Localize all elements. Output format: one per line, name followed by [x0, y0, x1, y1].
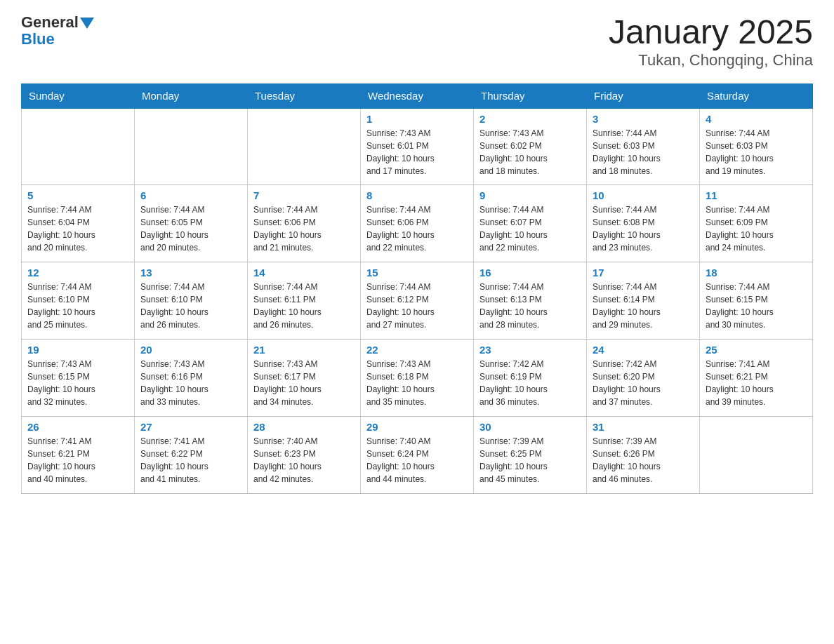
day-number: 7 [253, 189, 355, 201]
day-number: 27 [140, 421, 241, 433]
day-info: Sunrise: 7:44 AM Sunset: 6:09 PM Dayligh… [706, 203, 807, 254]
calendar-cell: 30Sunrise: 7:39 AM Sunset: 6:25 PM Dayli… [474, 417, 587, 494]
day-info: Sunrise: 7:44 AM Sunset: 6:08 PM Dayligh… [593, 203, 694, 254]
calendar-cell: 1Sunrise: 7:43 AM Sunset: 6:01 PM Daylig… [361, 108, 474, 185]
day-info: Sunrise: 7:42 AM Sunset: 6:19 PM Dayligh… [479, 358, 581, 408]
calendar-cell: 12Sunrise: 7:44 AM Sunset: 6:10 PM Dayli… [22, 262, 135, 340]
day-info: Sunrise: 7:44 AM Sunset: 6:07 PM Dayligh… [479, 203, 581, 254]
day-info: Sunrise: 7:39 AM Sunset: 6:26 PM Dayligh… [593, 435, 694, 485]
calendar-cell: 2Sunrise: 7:43 AM Sunset: 6:02 PM Daylig… [474, 108, 587, 185]
day-number: 13 [140, 267, 241, 279]
calendar-cell: 4Sunrise: 7:44 AM Sunset: 6:03 PM Daylig… [700, 108, 813, 185]
day-info: Sunrise: 7:44 AM Sunset: 6:06 PM Dayligh… [366, 203, 468, 254]
logo-triangle-icon [80, 18, 94, 29]
calendar-cell: 25Sunrise: 7:41 AM Sunset: 6:21 PM Dayli… [700, 340, 813, 417]
day-info: Sunrise: 7:40 AM Sunset: 6:23 PM Dayligh… [253, 435, 355, 485]
day-info: Sunrise: 7:44 AM Sunset: 6:11 PM Dayligh… [253, 281, 355, 331]
calendar-cell: 7Sunrise: 7:44 AM Sunset: 6:06 PM Daylig… [248, 185, 361, 262]
day-number: 30 [479, 421, 581, 433]
day-info: Sunrise: 7:44 AM Sunset: 6:10 PM Dayligh… [27, 281, 128, 331]
calendar-week-row: 19Sunrise: 7:43 AM Sunset: 6:15 PM Dayli… [22, 340, 813, 417]
day-number: 26 [27, 421, 128, 433]
logo-general-text: General [21, 14, 79, 31]
day-info: Sunrise: 7:43 AM Sunset: 6:02 PM Dayligh… [479, 127, 581, 177]
day-info: Sunrise: 7:44 AM Sunset: 6:12 PM Dayligh… [366, 281, 468, 331]
day-info: Sunrise: 7:40 AM Sunset: 6:24 PM Dayligh… [366, 435, 468, 485]
day-info: Sunrise: 7:43 AM Sunset: 6:01 PM Dayligh… [366, 127, 468, 177]
day-number: 20 [140, 344, 241, 356]
day-info: Sunrise: 7:41 AM Sunset: 6:22 PM Dayligh… [140, 435, 241, 485]
day-number: 22 [366, 344, 468, 356]
weekday-header-wednesday: Wednesday [361, 83, 474, 108]
calendar-cell: 27Sunrise: 7:41 AM Sunset: 6:22 PM Dayli… [135, 417, 248, 494]
day-info: Sunrise: 7:43 AM Sunset: 6:18 PM Dayligh… [366, 358, 468, 408]
day-number: 6 [140, 189, 241, 201]
calendar-cell: 19Sunrise: 7:43 AM Sunset: 6:15 PM Dayli… [22, 340, 135, 417]
day-info: Sunrise: 7:44 AM Sunset: 6:04 PM Dayligh… [27, 203, 128, 254]
day-number: 4 [706, 113, 807, 125]
calendar-cell: 29Sunrise: 7:40 AM Sunset: 6:24 PM Dayli… [361, 417, 474, 494]
weekday-header-row: SundayMondayTuesdayWednesdayThursdayFrid… [22, 83, 813, 108]
day-info: Sunrise: 7:43 AM Sunset: 6:15 PM Dayligh… [27, 358, 128, 408]
day-info: Sunrise: 7:44 AM Sunset: 6:10 PM Dayligh… [140, 281, 241, 331]
title-block: January 2025 Tukan, Chongqing, China [609, 14, 813, 69]
calendar-cell: 28Sunrise: 7:40 AM Sunset: 6:23 PM Dayli… [248, 417, 361, 494]
calendar-cell [248, 108, 361, 185]
day-number: 9 [479, 189, 581, 201]
calendar-cell: 31Sunrise: 7:39 AM Sunset: 6:26 PM Dayli… [587, 417, 700, 494]
day-number: 25 [706, 344, 807, 356]
day-number: 16 [479, 267, 581, 279]
day-number: 21 [253, 344, 355, 356]
day-number: 10 [593, 189, 694, 201]
calendar-cell [22, 108, 135, 185]
day-number: 2 [479, 113, 581, 125]
calendar-cell: 10Sunrise: 7:44 AM Sunset: 6:08 PM Dayli… [587, 185, 700, 262]
calendar-header: SundayMondayTuesdayWednesdayThursdayFrid… [22, 83, 813, 108]
calendar-cell: 6Sunrise: 7:44 AM Sunset: 6:05 PM Daylig… [135, 185, 248, 262]
day-number: 14 [253, 267, 355, 279]
day-number: 24 [593, 344, 694, 356]
calendar-cell: 24Sunrise: 7:42 AM Sunset: 6:20 PM Dayli… [587, 340, 700, 417]
calendar-cell [700, 417, 813, 494]
weekday-header-friday: Friday [587, 83, 700, 108]
day-info: Sunrise: 7:44 AM Sunset: 6:15 PM Dayligh… [706, 281, 807, 331]
day-number: 15 [366, 267, 468, 279]
day-number: 8 [366, 189, 468, 201]
page-header: General Blue January 2025 Tukan, Chongqi… [21, 14, 813, 69]
calendar-cell: 18Sunrise: 7:44 AM Sunset: 6:15 PM Dayli… [700, 262, 813, 340]
logo-blue-text: Blue [21, 31, 94, 48]
day-number: 31 [593, 421, 694, 433]
day-number: 29 [366, 421, 468, 433]
day-number: 11 [706, 189, 807, 201]
weekday-header-saturday: Saturday [700, 83, 813, 108]
calendar-cell: 11Sunrise: 7:44 AM Sunset: 6:09 PM Dayli… [700, 185, 813, 262]
day-number: 12 [27, 267, 128, 279]
calendar-cell: 15Sunrise: 7:44 AM Sunset: 6:12 PM Dayli… [361, 262, 474, 340]
calendar-cell: 8Sunrise: 7:44 AM Sunset: 6:06 PM Daylig… [361, 185, 474, 262]
day-info: Sunrise: 7:43 AM Sunset: 6:17 PM Dayligh… [253, 358, 355, 408]
day-info: Sunrise: 7:44 AM Sunset: 6:03 PM Dayligh… [706, 127, 807, 177]
calendar-cell: 23Sunrise: 7:42 AM Sunset: 6:19 PM Dayli… [474, 340, 587, 417]
calendar-week-row: 26Sunrise: 7:41 AM Sunset: 6:21 PM Dayli… [22, 417, 813, 494]
calendar-cell: 21Sunrise: 7:43 AM Sunset: 6:17 PM Dayli… [248, 340, 361, 417]
day-number: 28 [253, 421, 355, 433]
weekday-header-sunday: Sunday [22, 83, 135, 108]
weekday-header-monday: Monday [135, 83, 248, 108]
day-number: 18 [706, 267, 807, 279]
logo: General Blue [21, 14, 94, 48]
calendar-subtitle: Tukan, Chongqing, China [609, 51, 813, 69]
calendar-cell: 17Sunrise: 7:44 AM Sunset: 6:14 PM Dayli… [587, 262, 700, 340]
day-number: 23 [479, 344, 581, 356]
calendar-week-row: 12Sunrise: 7:44 AM Sunset: 6:10 PM Dayli… [22, 262, 813, 340]
weekday-header-tuesday: Tuesday [248, 83, 361, 108]
day-number: 19 [27, 344, 128, 356]
day-info: Sunrise: 7:44 AM Sunset: 6:06 PM Dayligh… [253, 203, 355, 254]
calendar-cell: 3Sunrise: 7:44 AM Sunset: 6:03 PM Daylig… [587, 108, 700, 185]
day-info: Sunrise: 7:44 AM Sunset: 6:05 PM Dayligh… [140, 203, 241, 254]
calendar-cell: 14Sunrise: 7:44 AM Sunset: 6:11 PM Dayli… [248, 262, 361, 340]
day-info: Sunrise: 7:44 AM Sunset: 6:03 PM Dayligh… [593, 127, 694, 177]
calendar-cell: 16Sunrise: 7:44 AM Sunset: 6:13 PM Dayli… [474, 262, 587, 340]
day-info: Sunrise: 7:41 AM Sunset: 6:21 PM Dayligh… [27, 435, 128, 485]
day-info: Sunrise: 7:39 AM Sunset: 6:25 PM Dayligh… [479, 435, 581, 485]
day-info: Sunrise: 7:44 AM Sunset: 6:14 PM Dayligh… [593, 281, 694, 331]
